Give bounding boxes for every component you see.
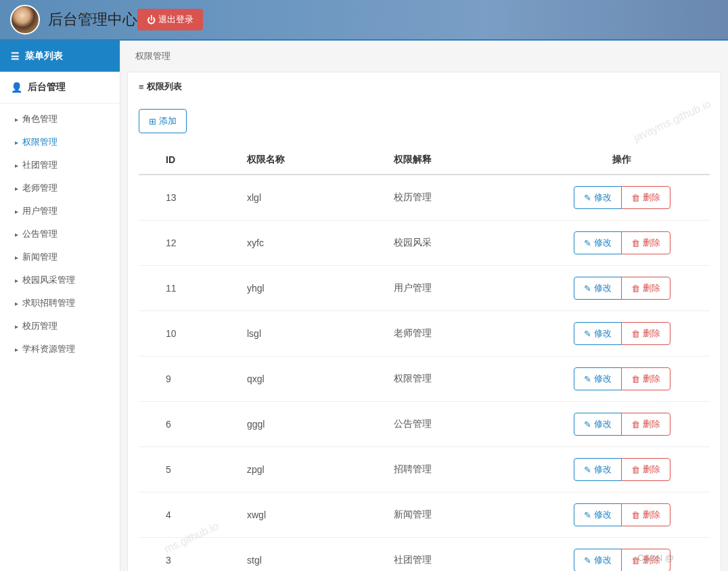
edit-button[interactable]: ✎修改 bbox=[574, 277, 622, 300]
edit-icon: ✎ bbox=[584, 510, 591, 520]
delete-button[interactable]: 🗑删除 bbox=[621, 186, 670, 209]
sidebar-item-label: 学科资源管理 bbox=[22, 343, 75, 355]
table-row: 13xlgl校历管理✎修改🗑删除 bbox=[139, 175, 710, 221]
cell-id: 9 bbox=[139, 357, 240, 402]
cell-name: xlgl bbox=[240, 175, 387, 221]
sidebar-item[interactable]: ▸学科资源管理 bbox=[0, 338, 120, 361]
delete-label: 删除 bbox=[643, 418, 660, 430]
edit-button[interactable]: ✎修改 bbox=[574, 503, 622, 526]
sidebar-item[interactable]: ▸公告管理 bbox=[0, 223, 120, 246]
delete-label: 删除 bbox=[643, 554, 660, 566]
trash-icon: 🗑 bbox=[631, 283, 640, 294]
edit-button[interactable]: ✎修改 bbox=[574, 186, 622, 209]
cell-id: 13 bbox=[139, 175, 240, 221]
table-row: 11yhgl用户管理✎修改🗑删除 bbox=[139, 266, 710, 311]
plus-icon: ⊞ bbox=[149, 116, 156, 127]
menu-icon: ≡ bbox=[139, 82, 144, 92]
edit-icon: ✎ bbox=[584, 555, 591, 566]
table-row: 4xwgl新闻管理✎修改🗑删除 bbox=[139, 493, 710, 538]
trash-icon: 🗑 bbox=[631, 465, 640, 475]
edit-icon: ✎ bbox=[584, 374, 591, 384]
avatar bbox=[10, 5, 40, 35]
cell-ops: ✎修改🗑删除 bbox=[534, 402, 710, 447]
sidebar-item[interactable]: ▸社团管理 bbox=[0, 154, 120, 177]
delete-button[interactable]: 🗑删除 bbox=[621, 503, 670, 526]
delete-button[interactable]: 🗑删除 bbox=[621, 549, 670, 571]
sidebar-item[interactable]: ▸求职招聘管理 bbox=[0, 292, 120, 315]
edit-label: 修改 bbox=[594, 418, 612, 430]
logout-label: 退出登录 bbox=[158, 14, 194, 26]
cell-id: 6 bbox=[139, 402, 240, 447]
table-header-row: ID 权限名称 权限解释 操作 bbox=[139, 145, 710, 175]
panel-header: ≡权限列表 bbox=[128, 72, 721, 101]
cell-desc: 招聘管理 bbox=[387, 447, 534, 493]
delete-label: 删除 bbox=[643, 327, 660, 340]
add-button[interactable]: ⊞ 添加 bbox=[139, 109, 187, 133]
col-id: ID bbox=[139, 145, 240, 175]
cell-desc: 社团管理 bbox=[387, 538, 534, 572]
edit-label: 修改 bbox=[594, 191, 612, 204]
delete-button[interactable]: 🗑删除 bbox=[621, 367, 670, 390]
edit-button[interactable]: ✎修改 bbox=[574, 231, 622, 254]
col-name: 权限名称 bbox=[240, 145, 387, 175]
sidebar-item[interactable]: ▸校历管理 bbox=[0, 315, 120, 338]
caret-right-icon: ▸ bbox=[15, 208, 18, 215]
caret-right-icon: ▸ bbox=[15, 346, 18, 353]
sidebar-item[interactable]: ▸老师管理 bbox=[0, 177, 120, 200]
sidebar-item-label: 校历管理 bbox=[22, 320, 58, 332]
sidebar-item-label: 角色管理 bbox=[22, 113, 58, 125]
power-icon: ⏻ bbox=[147, 15, 156, 25]
cell-desc: 老师管理 bbox=[387, 311, 534, 357]
delete-button[interactable]: 🗑删除 bbox=[621, 458, 670, 481]
edit-icon: ✎ bbox=[584, 193, 591, 203]
delete-button[interactable]: 🗑删除 bbox=[621, 322, 670, 345]
delete-button[interactable]: 🗑删除 bbox=[621, 231, 670, 254]
sidebar-item[interactable]: ▸角色管理 bbox=[0, 108, 120, 131]
sidebar-item[interactable]: ▸校园风采管理 bbox=[0, 269, 120, 292]
cell-desc: 校园风采 bbox=[387, 221, 534, 266]
table-row: 3stgl社团管理✎修改🗑删除 bbox=[139, 538, 710, 572]
cell-ops: ✎修改🗑删除 bbox=[534, 266, 710, 311]
trash-icon: 🗑 bbox=[631, 374, 640, 384]
menu-header: ☰ 菜单列表 bbox=[0, 41, 120, 72]
menu-header-label: 菜单列表 bbox=[25, 50, 63, 62]
logout-button[interactable]: ⏻ 退出登录 bbox=[137, 9, 203, 30]
cell-name: gggl bbox=[240, 402, 387, 447]
app-header: 后台管理中心 ⏻ 退出登录 bbox=[0, 0, 728, 41]
caret-right-icon: ▸ bbox=[15, 116, 18, 123]
cell-desc: 公告管理 bbox=[387, 402, 534, 447]
edit-button[interactable]: ✎修改 bbox=[574, 322, 622, 345]
edit-label: 修改 bbox=[594, 509, 612, 521]
cell-id: 12 bbox=[139, 221, 240, 266]
sidebar-item[interactable]: ▸用户管理 bbox=[0, 200, 120, 223]
edit-button[interactable]: ✎修改 bbox=[574, 367, 622, 390]
cell-name: lsgl bbox=[240, 311, 387, 357]
edit-label: 修改 bbox=[594, 373, 612, 385]
sidebar-item-label: 新闻管理 bbox=[22, 251, 58, 263]
cell-name: qxgl bbox=[240, 357, 387, 402]
panel-title: 权限列表 bbox=[147, 81, 182, 93]
edit-button[interactable]: ✎修改 bbox=[574, 549, 622, 571]
cell-ops: ✎修改🗑删除 bbox=[534, 493, 710, 538]
table-row: 6gggl公告管理✎修改🗑删除 bbox=[139, 402, 710, 447]
edit-button[interactable]: ✎修改 bbox=[574, 458, 622, 481]
cell-name: zpgl bbox=[240, 447, 387, 493]
delete-button[interactable]: 🗑删除 bbox=[621, 277, 670, 300]
sidebar-item[interactable]: ▸新闻管理 bbox=[0, 246, 120, 269]
delete-label: 删除 bbox=[643, 237, 660, 249]
cell-id: 5 bbox=[139, 447, 240, 493]
delete-label: 删除 bbox=[643, 463, 660, 476]
cell-ops: ✎修改🗑删除 bbox=[534, 447, 710, 493]
sidebar-item-label: 公告管理 bbox=[22, 228, 58, 240]
delete-button[interactable]: 🗑删除 bbox=[621, 413, 670, 436]
edit-button[interactable]: ✎修改 bbox=[574, 413, 622, 436]
main-content: 权限管理 ≡权限列表 ⊞ 添加 ID 权限名称 权限解释 操作 bbox=[120, 41, 728, 571]
sidebar-item[interactable]: ▸权限管理 bbox=[0, 131, 120, 154]
edit-label: 修改 bbox=[594, 463, 612, 476]
sidebar-item-label: 求职招聘管理 bbox=[22, 297, 75, 309]
caret-right-icon: ▸ bbox=[15, 162, 18, 169]
edit-icon: ✎ bbox=[584, 419, 591, 430]
cell-id: 3 bbox=[139, 538, 240, 572]
menu-section[interactable]: 👤 后台管理 bbox=[0, 72, 120, 104]
cell-ops: ✎修改🗑删除 bbox=[534, 357, 710, 402]
